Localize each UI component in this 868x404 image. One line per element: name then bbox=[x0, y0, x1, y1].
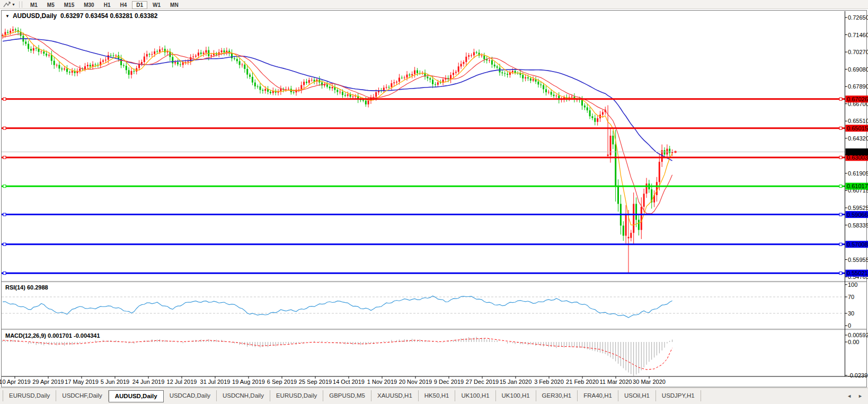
date-labels: 10 Apr 201929 Apr 201917 May 20195 Jun 2… bbox=[0, 376, 666, 385]
svg-text:0.55955: 0.55955 bbox=[848, 257, 868, 263]
chart-tab-3-usdcad-daily[interactable]: USDCAD,Daily bbox=[164, 390, 217, 401]
chart-tab-5-eurusd-daily[interactable]: EURUSD,Daily bbox=[270, 390, 323, 401]
svg-text:0.70270: 0.70270 bbox=[848, 49, 868, 55]
chart-tab-2-audusd-daily[interactable]: AUDUSD,Daily bbox=[109, 390, 164, 402]
chart-tab-8-hk50-h1[interactable]: HK50,H1 bbox=[419, 390, 456, 401]
macd-indicator-label: MACD(12,26,9) 0.001701 -0.004341 bbox=[5, 332, 100, 339]
svg-text:25 Sep 2019: 25 Sep 2019 bbox=[299, 379, 332, 385]
svg-text:100: 100 bbox=[848, 282, 857, 288]
svg-text:0.65510: 0.65510 bbox=[848, 118, 868, 124]
svg-text:1 Nov 2019: 1 Nov 2019 bbox=[367, 379, 397, 385]
hline-0.65015[interactable] bbox=[2, 127, 845, 129]
svg-text:0.61017: 0.61017 bbox=[847, 183, 868, 189]
svg-text:9 Dec 2019: 9 Dec 2019 bbox=[434, 379, 464, 385]
chart-tab-7-xauusd-h1[interactable]: XAUUSD,H1 bbox=[371, 390, 419, 401]
svg-text:24 Jun 2019: 24 Jun 2019 bbox=[132, 379, 165, 385]
chart-tab-bar: EURUSD,DailyUSDCHF,DailyAUDUSD,DailyUSDC… bbox=[0, 388, 868, 404]
chart-tab-13-usoil-h1[interactable]: USOil,H1 bbox=[618, 390, 656, 401]
svg-text:0.64320: 0.64320 bbox=[848, 135, 868, 142]
chart-tab-1-usdchf-daily[interactable]: USDCHF,Daily bbox=[56, 390, 108, 401]
svg-text:15 Jan 2020: 15 Jan 2020 bbox=[500, 379, 532, 385]
svg-text:30 Mar 2020: 30 Mar 2020 bbox=[633, 379, 666, 385]
chart-symbol-label: AUDUSD,Daily bbox=[13, 12, 57, 20]
svg-text:17 May 2019: 17 May 2019 bbox=[65, 379, 99, 385]
chart-tab-9-uk100-h1[interactable]: UK100,H1 bbox=[455, 390, 495, 401]
price-chart-canvas[interactable]: 0.726500.714600.702700.690800.678900.667… bbox=[0, 0, 868, 404]
chart-title-row: ▼AUDUSD,Daily 0.63297 0.63454 0.63281 0.… bbox=[5, 12, 157, 20]
svg-text:19 Aug 2019: 19 Aug 2019 bbox=[232, 379, 265, 385]
chart-tab-0-eurusd-daily[interactable]: EURUSD,Daily bbox=[3, 390, 56, 401]
svg-text:14 Oct 2019: 14 Oct 2019 bbox=[333, 379, 365, 385]
tab-scroll-arrows: ◄ ► bbox=[847, 393, 863, 399]
svg-text:-0.02394: -0.02394 bbox=[848, 372, 868, 379]
collapse-arrow-icon[interactable]: ▼ bbox=[5, 14, 10, 19]
chart-tab-12-fra40-h1[interactable]: FRA40,H1 bbox=[578, 390, 618, 401]
svg-text:0.61905: 0.61905 bbox=[848, 170, 868, 177]
svg-text:0.59525: 0.59525 bbox=[848, 205, 868, 211]
svg-text:3 Feb 2020: 3 Feb 2020 bbox=[534, 379, 564, 385]
svg-text:20 Nov 2019: 20 Nov 2019 bbox=[399, 379, 432, 385]
svg-text:0.55021: 0.55021 bbox=[847, 270, 868, 276]
svg-text:0.59066: 0.59066 bbox=[847, 212, 868, 218]
svg-text:12 Jul 2019: 12 Jul 2019 bbox=[167, 379, 197, 385]
chart-tab-10-uk100-h1[interactable]: UK100,H1 bbox=[496, 390, 536, 401]
hline-0.57008[interactable] bbox=[2, 243, 845, 245]
chart-tabs: EURUSD,DailyUSDCHF,DailyAUDUSD,DailyUSDC… bbox=[3, 390, 701, 402]
hline-0.63003[interactable] bbox=[2, 156, 845, 159]
price-scale-labels: 0.726500.714600.702700.690800.678900.667… bbox=[845, 14, 868, 280]
svg-text:27 Dec 2019: 27 Dec 2019 bbox=[466, 379, 499, 385]
chart-ohlc-values: 0.63297 0.63454 0.63281 0.63382 bbox=[60, 12, 158, 20]
mt4-window: { "toolbar": { "timeframes": ["M1","M5",… bbox=[0, 0, 868, 404]
svg-text:10 Apr 2019: 10 Apr 2019 bbox=[0, 379, 31, 385]
svg-text:31 Jul 2019: 31 Jul 2019 bbox=[200, 379, 231, 385]
hline-0.55021[interactable] bbox=[2, 272, 845, 275]
rsi-indicator-label: RSI(14) 60.2988 bbox=[5, 284, 48, 291]
svg-text:0.58335: 0.58335 bbox=[848, 222, 868, 229]
hline-0.61017[interactable] bbox=[2, 185, 845, 188]
svg-text:5 Jun 2019: 5 Jun 2019 bbox=[101, 379, 129, 385]
hline-0.67026[interactable] bbox=[2, 98, 845, 100]
hline-0.59066[interactable] bbox=[2, 213, 845, 216]
svg-text:0.67026: 0.67026 bbox=[847, 96, 868, 102]
svg-text:30: 30 bbox=[848, 310, 854, 317]
chart-tab-14-usdjpy-h1[interactable]: USDJPY,H1 bbox=[656, 390, 701, 401]
svg-text:21 Feb 2020: 21 Feb 2020 bbox=[566, 379, 599, 385]
tabs-scroll-right-icon[interactable]: ► bbox=[858, 393, 863, 399]
rsi-line bbox=[3, 296, 672, 318]
chart-tab-6-gbpusd-m5[interactable]: GBPUSD,M5 bbox=[323, 390, 371, 401]
svg-text:0.005923: 0.005923 bbox=[848, 332, 868, 338]
svg-text:0.69080: 0.69080 bbox=[848, 66, 868, 73]
svg-text:0.65015: 0.65015 bbox=[847, 125, 868, 131]
macd-scale-labels: 0.0059230.00-0.02394 bbox=[845, 332, 868, 379]
last-price-dot bbox=[674, 151, 677, 153]
tabs-scroll-left-icon[interactable]: ◄ bbox=[847, 393, 852, 399]
svg-text:0: 0 bbox=[848, 322, 851, 329]
svg-text:0.72650: 0.72650 bbox=[848, 14, 868, 21]
svg-text:0.67890: 0.67890 bbox=[848, 83, 868, 90]
svg-text:0.71460: 0.71460 bbox=[848, 32, 868, 38]
candles-layer bbox=[2, 27, 674, 273]
svg-text:0.63382: 0.63382 bbox=[847, 149, 868, 155]
svg-text:11 Mar 2020: 11 Mar 2020 bbox=[600, 379, 632, 385]
svg-text:0.57008: 0.57008 bbox=[847, 241, 868, 248]
chart-tab-4-usdcnh-daily[interactable]: USDCNH,Daily bbox=[217, 390, 270, 401]
chart-tab-11-ger30-h1[interactable]: GER30,H1 bbox=[536, 390, 578, 401]
rsi-scale-labels: 10070300 bbox=[845, 282, 858, 329]
svg-text:29 Apr 2019: 29 Apr 2019 bbox=[32, 379, 64, 385]
svg-text:0.00: 0.00 bbox=[848, 339, 859, 345]
svg-text:70: 70 bbox=[848, 294, 854, 300]
svg-text:6 Sep 2019: 6 Sep 2019 bbox=[267, 379, 297, 385]
